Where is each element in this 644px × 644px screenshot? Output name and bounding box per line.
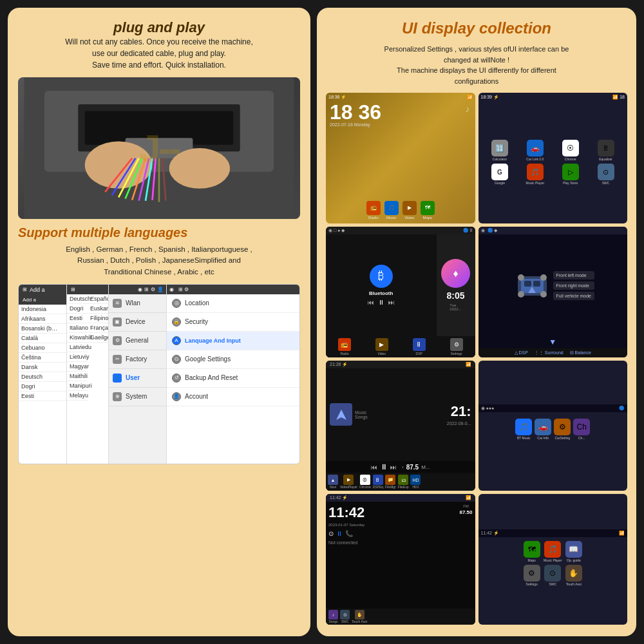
cell5-content: MusicSongs 21: 2022-08-0... — [326, 368, 475, 462]
lang-item: Indonesia — [19, 305, 66, 314]
cell7-controls: ⊙ ⏸ 📞 — [328, 530, 457, 537]
ui-cell-2: 18:39 ⚡ 📶 18 🔢 Calculator 🚗 Car Link 2.0… — [478, 93, 628, 223]
cell4-balance-label: ⊟ Balance — [570, 350, 591, 355]
lang-item: Dansk — [19, 363, 66, 372]
lang-item: Italiano — [67, 323, 88, 333]
nav-item-general[interactable]: ⚙ General — [109, 332, 166, 350]
cell2-app-musicplayer: 🎵 Music Player — [518, 164, 551, 185]
svg-marker-26 — [336, 410, 346, 420]
cell4-modes: Front left mode Front right mode Full ve… — [553, 271, 594, 300]
cell1-label-maps: Maps — [422, 216, 432, 220]
ui-cell-6: ◉ ●●● 🔵 🎵 BT Music 🚗 Car Info ⚙ CarSetti… — [478, 361, 628, 491]
cell1-label-radio: Radio — [368, 216, 379, 220]
lang-col2: ⊞ Deutsch Dogri Eesti Italiano Kiswahili… — [67, 285, 109, 464]
svg-rect-24 — [533, 281, 540, 287]
lang-col-inner2: Deutsch Dogri Eesti Italiano Kiswahili L… — [67, 294, 108, 401]
lang-item: Euskara — [88, 304, 108, 314]
cell5-nav-icon — [330, 403, 352, 426]
nav-col: ◉ ⊞ ⚙ 👤 ≋ Wlan ▣ Device ⚙ General — [109, 285, 167, 464]
cell6-app-grid: 🎵 BT Music 🚗 Car Info ⚙ CarSetting Ch Ch… — [511, 412, 594, 446]
ui-grid: 18:36 ⚡ 📶 18 36 2022-07-18 Monday ♪ 📻 Ra… — [326, 93, 627, 625]
cell5-chrome: ⦿ Chrome — [359, 475, 371, 489]
nav-label-system: System — [126, 393, 147, 400]
lang-item: Dogri — [67, 304, 88, 314]
submenu-item-location[interactable]: ◎ Location — [167, 294, 299, 313]
security-icon: 🔒 — [172, 317, 181, 327]
cell6-btmusic: 🎵 BT Music — [515, 419, 532, 440]
nav-item-factory[interactable]: ✂ Factory — [109, 350, 166, 369]
tools-icon: ✂ — [113, 355, 122, 364]
lang-item: Gaeilge — [88, 333, 108, 343]
lang-item: Maithili — [67, 372, 88, 381]
cell4-mode-front-left[interactable]: Front left mode — [553, 271, 594, 279]
location-icon: ◎ — [172, 299, 181, 308]
submenu-item-language[interactable]: A Lanquage And Input — [167, 332, 299, 350]
cell4-mode-full[interactable]: Full vehicle mode — [553, 292, 594, 300]
nav-label-factory: Factory — [126, 355, 147, 363]
cell4-dsp-label: △ DSP — [515, 350, 528, 355]
language-icon: A — [172, 336, 181, 345]
cell5-controls: ⏮ ⏸ ⏭ ‹ 87.5 M... — [326, 461, 475, 473]
main-container: plug and play Will not cut any cables. O… — [0, 0, 644, 644]
cell1-music-icon: ♪ — [466, 103, 470, 115]
plug-section: plug and play Will not cut any cables. O… — [18, 19, 300, 71]
cell5-video-player: ▶ VideoPlayer — [340, 475, 357, 489]
submenu-item-google[interactable]: G Google Settings — [167, 350, 299, 369]
cell6-carsetting: ⚙ CarSetting — [554, 419, 571, 440]
right-title: UI display collection — [326, 19, 627, 37]
ui-cell-5: 21:26 ⚡ 📶 MusicSongs 21: 202 — [326, 361, 475, 491]
cell7-apps: ♪ Songs ⊙ SWC ✋ Touch Asst — [326, 609, 475, 625]
cell2-app-grid: 🔢 Calculator 🚗 Car Link 2.0 ⦿ Chrome 🎚 E… — [478, 135, 628, 190]
cell3-album: ♦ — [441, 259, 470, 288]
cell7-swc: ⊙ SWC — [340, 610, 350, 623]
cell8-header: 11:42 ⚡ 📶 — [478, 529, 628, 537]
cell5-time-area: 21: 2022-08-0... — [447, 403, 471, 426]
cell8-swc: ⊙ SWC — [544, 565, 562, 586]
cell4-mode-front-right[interactable]: Front right mode — [553, 281, 594, 290]
cell6-ch: Ch Ch... — [573, 419, 590, 440]
cell5-file-exp: 🗂 FileExp — [398, 475, 409, 489]
device-icon: ▣ — [113, 317, 122, 327]
cell2-app-eq: 🎚 Equalizer — [589, 140, 622, 161]
cell3-bottom: 📻 Radio ▶ Video 🎚 DSP ⚙ Settings — [326, 336, 475, 357]
multilang-body: English , German , French , Spanish , It… — [18, 244, 300, 278]
left-panel: plug and play Will not cut any cables. O… — [8, 8, 310, 636]
car-top-view — [511, 270, 553, 302]
cell5-music-label: MusicSongs — [355, 410, 368, 419]
submenu-header: ◉ ⊞ ⚙ — [167, 285, 299, 294]
nav-item-wlan[interactable]: ≋ Wlan — [109, 294, 166, 313]
nav-item-system[interactable]: ⊕ System — [109, 388, 166, 406]
lang-item: Manipuri — [67, 381, 88, 391]
nav-item-device[interactable]: ▣ Device — [109, 313, 166, 332]
lang-item: Čeština — [19, 353, 66, 363]
submenu-label-account: Account — [185, 393, 208, 400]
cell8-musicplayer: 🎵 Music Player — [544, 541, 562, 562]
cell7-touch: ✋ Touch Asst — [352, 610, 367, 623]
cell8-settings: ⚙ Settings — [522, 565, 541, 586]
svg-point-22 — [540, 291, 547, 298]
cell7-header: 11:42 ⚡ 📶 — [326, 494, 475, 502]
submenu-item-security[interactable]: 🔒 Security — [167, 313, 299, 332]
nav-label-device: Device — [126, 318, 146, 325]
cell2-app-swc: ⊙ SWC — [589, 164, 622, 185]
submenu-item-account[interactable]: 👤 Account — [167, 388, 299, 406]
lang-item: Kiswahili — [67, 333, 88, 343]
cell7-date: 2023-01-07 Saturday — [328, 523, 457, 527]
lang-sub1: Deutsch Dogri Eesti Italiano Kiswahili L… — [67, 294, 88, 401]
lang-item: Español — [88, 294, 108, 304]
cell8-app-grid: 🗺 Maps 🎵 Music Player 📖 Op. guide ⚙ Sett… — [518, 537, 587, 590]
cell2-app-google: G Google — [484, 164, 516, 185]
cell1-app-music: 🎵 Music — [384, 201, 399, 220]
submenu-item-backup[interactable]: ↺ Backup And Reset — [167, 369, 299, 388]
svg-point-19 — [518, 274, 524, 281]
cell5-date: 2022-08-0... — [447, 421, 471, 426]
cell5-dsp-eq: 🎚 DSPEq — [373, 475, 383, 489]
cell5-navi: ▲ Navi — [328, 475, 338, 489]
nav-item-user[interactable]: 👤 User — [109, 369, 166, 388]
cell1-app-video: ▶ Video — [402, 201, 417, 220]
ui-cell-4: ◉ 🔵 ◆ — [478, 227, 628, 357]
cell7-songs: ♪ Songs — [328, 610, 338, 623]
cell7-notconn: Not connected — [328, 540, 457, 545]
wifi-icon: ≋ — [113, 299, 122, 308]
plug-image-placeholder: J-- — [18, 77, 300, 219]
